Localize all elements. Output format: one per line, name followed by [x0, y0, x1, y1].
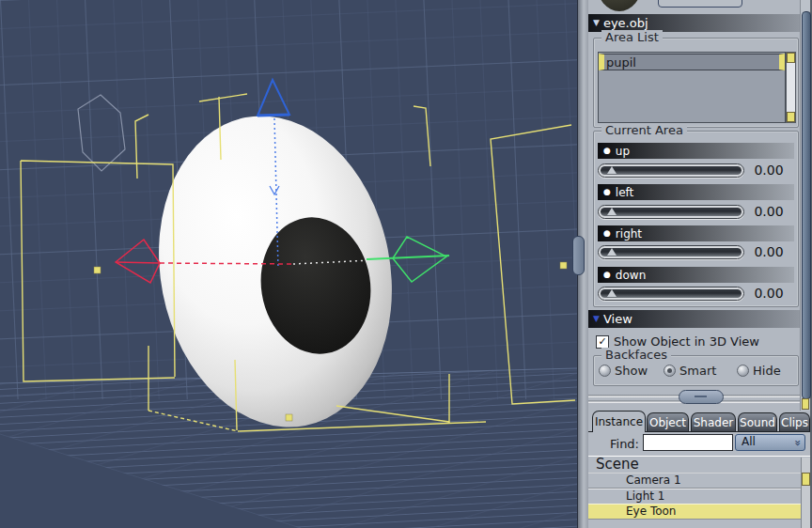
tab-instance[interactable]: Instance — [592, 411, 646, 432]
slider-thumb[interactable] — [607, 166, 617, 174]
slider-value-left: 0.00 — [744, 204, 793, 219]
slider-right[interactable] — [598, 245, 744, 259]
bullet-icon: ● — [603, 188, 611, 196]
chevron-double-icon: » — [790, 440, 804, 446]
backfaces-radio-show[interactable] — [599, 365, 611, 377]
area-list-item-pupil[interactable]: pupil — [599, 54, 785, 70]
properties-panel: ▼ eye.obj Area List pupil Current Area ●… — [588, 0, 812, 528]
current-area-group-label: Current Area — [601, 123, 687, 138]
slider-label: right — [616, 227, 642, 241]
find-label: Find: — [588, 437, 639, 451]
slider-value-down: 0.00 — [744, 286, 793, 301]
viewport-canvas[interactable] — [0, 0, 577, 528]
viewport-3d[interactable] — [0, 0, 577, 528]
backfaces-group-label: Backfaces — [601, 348, 671, 363]
scene-tree-scrollbar[interactable] — [801, 458, 810, 528]
panel-top-strip — [588, 0, 812, 14]
bullet-icon: ● — [603, 147, 611, 155]
tab-label: Sound — [740, 416, 775, 429]
show-object-label: Show Object in 3D View — [614, 334, 759, 349]
scrollbar-top-cap[interactable] — [787, 53, 795, 63]
slider-header-down[interactable]: ● down — [598, 267, 794, 283]
view-header-label: View — [603, 312, 632, 326]
divider-collapse-handle[interactable] — [572, 236, 585, 275]
slider-left[interactable] — [598, 205, 744, 219]
tab-sound[interactable]: Sound — [738, 412, 777, 432]
slider-track[interactable] — [601, 166, 742, 175]
tab-label: Shader — [694, 416, 734, 429]
slider-up[interactable] — [598, 163, 744, 178]
area-list-group-label: Area List — [601, 30, 663, 45]
panel-top-button[interactable] — [658, 0, 742, 8]
object-header-label: eye.obj — [603, 16, 648, 30]
tree-item-label: Light 1 — [626, 489, 664, 503]
backfaces-radio-hide[interactable] — [737, 365, 749, 377]
tab-clips[interactable]: Clips — [779, 412, 810, 432]
tab-label: Clips — [781, 416, 808, 429]
area-list-item-label: pupil — [606, 55, 636, 70]
backfaces-radio-show-label[interactable]: Show — [615, 364, 648, 378]
area-list[interactable]: pupil — [598, 52, 786, 123]
slider-thumb[interactable] — [607, 289, 617, 297]
tab-object[interactable]: Object — [647, 412, 689, 432]
tab-shader[interactable]: Shader — [691, 412, 736, 432]
slider-track[interactable] — [601, 208, 742, 216]
panel-divider[interactable] — [577, 0, 588, 528]
tree-item-light1[interactable]: Light 1 — [588, 489, 801, 505]
scene-tree-root[interactable]: Scene — [588, 456, 810, 474]
bullet-icon: ● — [603, 271, 611, 279]
slider-header-up[interactable]: ● up — [598, 143, 794, 159]
find-input[interactable] — [643, 434, 733, 451]
tree-item-camera1[interactable]: Camera 1 — [588, 473, 801, 489]
scene-root-label: Scene — [596, 456, 639, 473]
collapse-triangle-icon[interactable]: ▼ — [593, 19, 600, 27]
slider-track[interactable] — [601, 248, 742, 256]
view-header[interactable]: ▼ View — [588, 310, 801, 328]
slider-label: left — [616, 186, 633, 199]
scrollbar-bottom-cap[interactable] — [787, 112, 795, 122]
panel-scrollbar-cap[interactable] — [802, 398, 809, 410]
check-icon: ✓ — [598, 335, 606, 348]
slider-down[interactable] — [598, 287, 744, 301]
collapse-triangle-icon[interactable]: ▼ — [593, 315, 600, 323]
panel-scrollbar-thumb[interactable] — [802, 11, 811, 399]
backfaces-radio-smart-label[interactable]: Smart — [679, 364, 716, 378]
slider-track[interactable] — [601, 289, 742, 298]
slider-label: down — [616, 269, 646, 282]
scrollbar-cap[interactable] — [802, 473, 810, 486]
slider-value-right: 0.00 — [744, 244, 793, 259]
slider-header-right[interactable]: ● right — [598, 225, 794, 241]
area-list-scrollbar[interactable] — [786, 52, 796, 123]
tree-item-eyetoon[interactable]: Eye Toon — [588, 504, 801, 520]
tree-item-label: Camera 1 — [626, 474, 681, 487]
slider-header-left[interactable]: ● left — [598, 184, 794, 200]
app-window: ▼ eye.obj Area List pupil Current Area ●… — [0, 0, 812, 528]
slider-thumb[interactable] — [607, 248, 617, 256]
backfaces-group: Backfaces Show Smart Hide — [593, 355, 799, 386]
instance-tab-content: Find: All » Scene Camera 1 Light 1 Eye T… — [588, 431, 810, 528]
filter-dropdown[interactable]: All » — [735, 434, 805, 451]
backfaces-radio-smart[interactable] — [664, 365, 676, 377]
show-object-checkbox[interactable]: ✓ — [596, 335, 609, 349]
filter-dropdown-value: All — [742, 435, 756, 448]
slider-thumb[interactable] — [607, 208, 617, 215]
current-area-group: Current Area ● up 0.00 ● left 0.00 ● r — [593, 131, 799, 307]
slider-label: up — [616, 145, 630, 158]
bullet-icon: ● — [603, 229, 611, 238]
panel-scrollbar[interactable] — [800, 0, 810, 411]
area-list-group: Area List pupil — [593, 38, 799, 128]
tab-label: Object — [649, 416, 686, 429]
tab-label: Instance — [595, 415, 643, 428]
tree-item-label: Eye Toon — [626, 505, 676, 518]
preview-sphere — [597, 0, 642, 11]
splitter-handle[interactable] — [679, 390, 724, 404]
backfaces-radio-hide-label[interactable]: Hide — [753, 364, 781, 378]
slider-value-up: 0.00 — [744, 163, 793, 178]
